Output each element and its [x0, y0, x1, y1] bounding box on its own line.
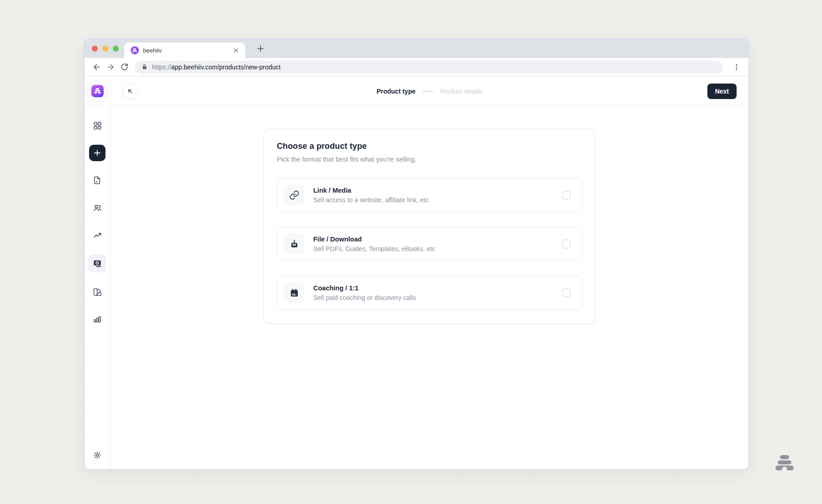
option-label: File / Download	[313, 236, 435, 243]
monetize-wallet-icon	[92, 258, 102, 268]
create-plus-icon	[93, 149, 101, 157]
card-title: Choose a product type	[277, 142, 582, 151]
option-coaching[interactable]: Coaching / 1:1 Sell paid coaching or dis…	[277, 276, 582, 310]
sidebar-nav	[84, 106, 110, 470]
sidebar-item-grow[interactable]	[89, 227, 105, 243]
link-icon-tile	[284, 185, 304, 205]
window-controls	[92, 46, 119, 52]
main-area: Product type Product details Next Choose…	[111, 76, 748, 470]
beehiiv-app: Product type Product details Next Choose…	[84, 76, 748, 470]
card-subtitle: Pick the format that best fits what you'…	[277, 156, 582, 163]
product-type-options: Link / Media Sell access to a website, a…	[277, 178, 582, 310]
coaching-checkbox[interactable]	[562, 289, 571, 297]
tab-title: beehiiv	[143, 47, 232, 54]
calendar-icon	[289, 288, 300, 298]
step-divider	[422, 91, 434, 92]
exit-flow-button[interactable]	[122, 84, 138, 99]
sidebar-item-design[interactable]	[89, 284, 105, 300]
sidebar-item-dashboard[interactable]	[89, 117, 105, 134]
lock-icon	[141, 63, 148, 70]
next-button[interactable]: Next	[707, 84, 737, 99]
forward-icon[interactable]	[104, 60, 117, 74]
sidebar-item-monetize[interactable]	[88, 254, 106, 273]
sidebar-item-create[interactable]	[89, 145, 105, 161]
option-file-download[interactable]: File / Download Sell PDFs, Guides, Templ…	[277, 227, 582, 261]
beehiiv-favicon	[131, 46, 139, 54]
analytics-bars-icon	[93, 315, 102, 324]
audience-users-icon	[93, 203, 102, 213]
option-label: Coaching / 1:1	[313, 284, 416, 292]
reload-icon[interactable]	[117, 60, 131, 74]
option-description: Sell paid coaching or discovery calls	[313, 294, 416, 301]
close-window-button[interactable]	[92, 46, 98, 52]
settings-gear-icon	[93, 451, 102, 460]
sidebar-item-settings[interactable]	[89, 447, 105, 463]
url-bar[interactable]: https://app.beehiiv.com/products/new-pro…	[135, 61, 723, 74]
new-tab-button[interactable]	[254, 42, 266, 54]
app-header: Product type Product details Next	[111, 76, 748, 106]
calendar-icon-tile	[284, 283, 304, 303]
sidebar-item-analytics[interactable]	[89, 311, 105, 327]
arrow-up-left-icon	[126, 88, 134, 95]
file-download-checkbox[interactable]	[562, 240, 571, 248]
sidebar	[84, 76, 111, 470]
posts-file-icon	[93, 176, 102, 185]
page-content: Choose a product type Pick the format th…	[111, 106, 748, 470]
download-icon	[289, 239, 300, 249]
tab-close-icon[interactable]	[232, 46, 240, 54]
step-product-details: Product details	[440, 88, 483, 95]
browser-toolbar: https://app.beehiiv.com/products/new-pro…	[84, 58, 748, 76]
option-description: Sell PDFs, Guides, Templates, eBooks, et…	[313, 245, 435, 252]
option-text: Coaching / 1:1 Sell paid coaching or dis…	[313, 284, 416, 301]
beehiiv-logo[interactable]	[87, 81, 108, 102]
link-icon	[289, 190, 300, 200]
download-icon-tile	[284, 234, 304, 254]
option-text: File / Download Sell PDFs, Guides, Templ…	[313, 236, 435, 252]
option-description: Sell access to a website, affiliate link…	[313, 196, 429, 204]
sidebar-logo-box	[84, 76, 110, 106]
browser-window: beehiiv	[84, 38, 749, 470]
grow-trend-icon	[93, 231, 102, 240]
beehiiv-hive-icon	[91, 85, 104, 97]
step-product-type: Product type	[376, 88, 416, 95]
url-text: https://app.beehiiv.com/products/new-pro…	[152, 63, 280, 71]
browser-menu-icon[interactable]	[730, 61, 743, 74]
sidebar-item-posts[interactable]	[89, 172, 105, 189]
zoom-window-button[interactable]	[113, 46, 119, 52]
browser-tab-strip: beehiiv	[84, 39, 748, 58]
option-text: Link / Media Sell access to a website, a…	[313, 187, 429, 204]
link-media-checkbox[interactable]	[562, 191, 571, 200]
option-label: Link / Media	[313, 187, 429, 194]
minimize-window-button[interactable]	[102, 46, 108, 52]
dashboard-grid-icon	[93, 121, 102, 130]
product-type-card: Choose a product type Pick the format th…	[263, 129, 595, 324]
browser-tab-beehiiv[interactable]: beehiiv	[124, 42, 245, 58]
back-icon[interactable]	[90, 60, 104, 74]
option-link-media[interactable]: Link / Media Sell access to a website, a…	[277, 178, 582, 212]
step-indicator: Product type Product details	[376, 88, 482, 95]
beehiiv-watermark-icon	[775, 455, 794, 472]
sidebar-item-audience[interactable]	[89, 200, 105, 216]
design-swatch-icon	[93, 287, 102, 297]
